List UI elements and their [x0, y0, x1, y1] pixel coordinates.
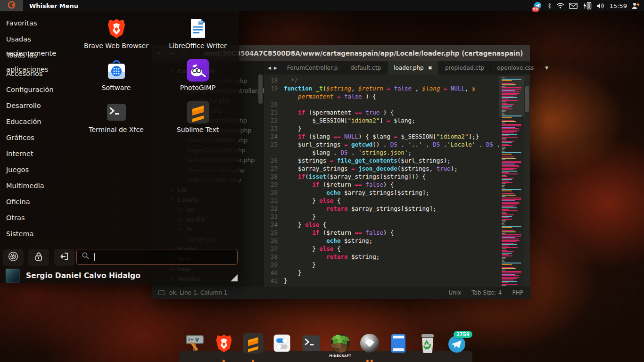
dock-minecraft[interactable]: MINECRAFT — [330, 333, 351, 362]
clock[interactable]: 15:59 — [610, 2, 627, 9]
user-row[interactable]: Sergio Daniel Calvo Hidalgo — [6, 269, 140, 283]
editor-scrollbar[interactable] — [524, 74, 530, 287]
code-line: 41} — [264, 277, 499, 285]
sidebar-item-internet[interactable]: Internet — [0, 147, 74, 161]
status-tab-size[interactable]: Tab Size: 4 — [471, 289, 502, 296]
vcs-status-icon — [158, 290, 165, 295]
tab-label: ForumController.p — [287, 65, 338, 71]
minimap[interactable] — [499, 74, 524, 287]
tab-openlove-css[interactable]: openlove.css — [491, 61, 540, 74]
line-number: 33 — [264, 213, 284, 221]
search-box[interactable] — [76, 249, 238, 265]
code-line: 38 return $string; — [264, 253, 499, 261]
mail-icon[interactable] — [569, 3, 578, 9]
tab-propiedad-ctp[interactable]: propiedad.ctp — [439, 61, 491, 74]
code-line: 23 } — [264, 124, 499, 132]
sidebar-item-educación[interactable]: Educación — [0, 115, 74, 129]
line-number: 40 — [264, 269, 284, 277]
dock-pale-moon[interactable] — [359, 333, 380, 362]
sidebar-item-desarrollo[interactable]: Desarrollo — [0, 99, 74, 113]
dock-telegram[interactable]: 2759 — [446, 333, 468, 362]
app-label: Software — [102, 84, 131, 91]
app-photogimp[interactable]: PhotoGIMP — [157, 56, 239, 96]
status-syntax[interactable]: PHP — [512, 289, 524, 296]
sublime-icon — [187, 101, 209, 123]
bluetooth-icon[interactable] — [547, 2, 552, 10]
dock-settings-toggles[interactable] — [271, 333, 293, 362]
code-line: 28 if(isset($array_strings[$string])) { — [264, 173, 499, 181]
line-number: 19 — [264, 84, 284, 92]
tab-label: loader.php — [394, 65, 424, 71]
window-title: /mnt/30C8504A7C8500D8A/www/cartagenaspai… — [204, 49, 525, 57]
dock-trash[interactable] — [417, 333, 438, 362]
app-label: LibreOffice Writer — [169, 42, 227, 49]
battery-charging-icon[interactable] — [582, 2, 592, 9]
volume-icon[interactable] — [596, 2, 605, 9]
tab-next-icon[interactable]: ▶ — [274, 66, 277, 70]
desktop: personalMinecraft ✕ — ▢ /mnt/30C8504A7C8… — [0, 0, 644, 362]
dock-game-signpost[interactable] — [184, 333, 206, 362]
tab-forumcontroller-p[interactable]: ForumController.p — [281, 61, 344, 74]
whisker-menu-button[interactable] — [0, 0, 23, 11]
lock-screen-button[interactable] — [28, 249, 49, 266]
dock-brave-browser[interactable] — [213, 333, 235, 362]
search-input[interactable] — [99, 253, 232, 261]
running-indicator — [223, 360, 225, 362]
line-number: 41 — [264, 277, 284, 285]
dock-terminal[interactable] — [300, 333, 322, 362]
panel-title: Whisker Menu — [29, 2, 78, 9]
editor-scrollbar-thumb[interactable] — [525, 86, 529, 112]
sidebar-scrollbar[interactable] — [258, 74, 263, 104]
text-caret — [94, 253, 95, 261]
line-number: 23 — [264, 124, 284, 132]
app-software[interactable]: Software — [75, 56, 157, 96]
running-indicator — [252, 360, 254, 362]
tab-close-icon[interactable]: ✖ — [428, 65, 432, 71]
code-line: 26 $strings = file_get_contents($url_str… — [264, 156, 499, 165]
minecraft-label: MINECRAFT — [329, 354, 351, 358]
sidebar-item-sistema[interactable]: Sistema — [0, 227, 74, 241]
user-switch-icon[interactable] — [632, 2, 640, 9]
sidebar-item-configuración[interactable]: Configuración — [0, 82, 74, 97]
app-terminal-de-xfce[interactable]: Terminal de Xfce — [75, 98, 157, 138]
app-libreoffice-writer[interactable]: LibreOffice Writer — [157, 14, 239, 54]
sidebar-item-gráficos[interactable]: Gráficos — [0, 131, 74, 145]
trash-icon — [417, 333, 438, 354]
tab-prev-icon[interactable]: ◀ — [268, 66, 271, 70]
logout-button[interactable] — [54, 249, 74, 266]
code-editor[interactable]: 18 */19function _t($string, $return = fa… — [264, 74, 530, 287]
window-icon — [388, 333, 409, 354]
sidebar-item-favoritas[interactable]: Favoritas — [0, 16, 74, 30]
line-number: 21 — [264, 108, 284, 116]
messenger-tray-icon[interactable]: 59 — [533, 1, 542, 10]
tab-label: default.ctp — [350, 65, 381, 71]
tab-loader-php[interactable]: loader.php✖ — [388, 61, 439, 74]
signpost-icon — [184, 333, 205, 354]
logout-icon — [59, 251, 69, 263]
terminal-icon — [301, 333, 322, 354]
photogimp-icon — [187, 59, 209, 82]
code-line: 21 if ($permantent == true ) { — [264, 108, 499, 116]
sidebar-item-multimedia[interactable]: Multimedia — [0, 179, 74, 193]
wifi-icon[interactable] — [556, 2, 564, 9]
tab-default-ctp[interactable]: default.ctp — [344, 61, 388, 74]
status-line-endings[interactable]: Unix — [448, 289, 461, 296]
sidebar-item-usadas-recientemente[interactable]: Usadas recientemente — [0, 32, 74, 46]
app-sublime-text[interactable]: Sublime Text — [157, 98, 239, 138]
sidebar-item-juegos[interactable]: Juegos — [0, 163, 74, 177]
sidebar-item-accesorios[interactable]: Accesorios — [0, 66, 74, 81]
dock-sublime-text[interactable] — [242, 333, 264, 362]
settings-button[interactable] — [3, 249, 24, 266]
avatar[interactable] — [6, 269, 20, 283]
code-line: 27 $array_strings = json_decode($strings… — [264, 165, 499, 173]
app-brave-web-browser[interactable]: Brave Web Browser — [75, 14, 157, 54]
brave-icon — [105, 17, 128, 40]
lock-icon — [33, 251, 44, 263]
sidebar-item-otras[interactable]: Otras — [0, 211, 74, 225]
tab-label: openlove.css — [497, 65, 534, 71]
sidebar-item-oficina[interactable]: Oficina — [0, 195, 74, 209]
tab-list-dropdown-icon[interactable]: ▼ — [545, 66, 548, 70]
resize-grip[interactable] — [231, 274, 238, 281]
running-indicator — [366, 360, 373, 362]
dock-file-manager[interactable] — [388, 333, 409, 362]
